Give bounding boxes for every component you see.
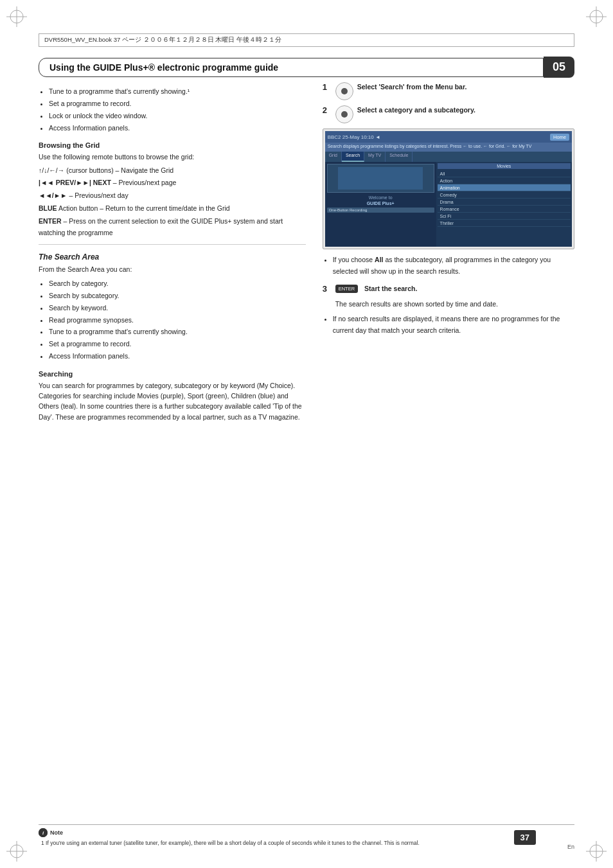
page-number: 37: [514, 830, 536, 845]
registration-mark-tl: [6, 6, 27, 27]
tv-tab-schedule: Schedule: [386, 152, 413, 162]
nav-enter: ENTER – Press on the current selection t…: [39, 216, 306, 239]
tv-left-panel: Welcome to GUIDE Plus+ One-Button Record…: [325, 162, 436, 247]
intro-bullet-3: Lock or unlock the video window.: [49, 111, 306, 122]
registration-mark-tr: [586, 6, 607, 27]
note-footnote: 1 If you're using an external tuner (sat…: [39, 839, 574, 847]
tv-body: Welcome to GUIDE Plus+ One-Button Record…: [325, 162, 572, 247]
intro-bullet-4: Access Information panels.: [49, 123, 306, 134]
tv-cat-animation: Animation: [438, 184, 571, 191]
nav-prev-next: |◄◄ PREV/►►| NEXT – Previous/next page: [39, 177, 306, 189]
step-1-bold: Select 'Search' from the Menu bar.: [357, 83, 467, 91]
step-3-number: 3: [323, 284, 332, 294]
step-3-detail: The search results are shown sorted by t…: [335, 299, 574, 309]
search-bullet-2: Search by subcategory.: [49, 290, 306, 302]
tv-cat-scifi: Sci Fi: [438, 213, 571, 220]
tv-top-bar: BBC2 25-May 10:10 ◄ Home: [325, 131, 572, 143]
tv-cat-all: All: [438, 170, 571, 177]
nav-cursors: ↑/↓/←/→ (cursor buttons) – Navigate the …: [39, 165, 306, 177]
search-area-intro: From the Search Area you can:: [39, 264, 306, 274]
tv-screen-container: BBC2 25-May 10:10 ◄ Home Search displays…: [323, 128, 574, 249]
tv-cat-action: Action: [438, 177, 571, 184]
chapter-header: Using the GUIDE Plus+® electronic progra…: [39, 57, 574, 78]
tv-cat-comedy: Comedy: [438, 191, 571, 199]
step-3-text: Start the search.: [364, 284, 574, 294]
tv-screen-inner: BBC2 25-May 10:10 ◄ Home Search displays…: [325, 131, 572, 247]
step-1-row: 1 Select 'Search' from the Menu bar.: [323, 82, 574, 100]
search-bullet-3: Search by keyword.: [49, 303, 306, 314]
note-section: i Note 1 If you're using an external tun…: [39, 824, 574, 850]
step-1-number: 1: [323, 82, 332, 92]
step-1-icon-inner: [341, 88, 348, 94]
tv-image-inner: [338, 167, 423, 189]
subcategory-bullet: If you choose All as the subcategory, al…: [333, 254, 574, 278]
tv-image-placeholder: [327, 164, 434, 193]
tv-category-header: Movies: [438, 163, 571, 169]
page-number-container: 37 En: [567, 843, 574, 850]
tv-cat-romance: Romance: [438, 206, 571, 213]
search-bullet-7: Access Information panels.: [49, 351, 306, 362]
note-label: i Note: [39, 828, 574, 837]
browsing-heading: Browsing the Grid: [39, 141, 306, 149]
tv-top-bar-left: BBC2 25-May 10:10 ◄: [328, 134, 380, 140]
step-2-text: Select a category and a subcategory.: [357, 105, 574, 116]
step-3-row: 3 ENTER Start the search.: [323, 284, 574, 294]
tv-tabs: Grid Search My TV Schedule: [325, 152, 572, 162]
tv-tab-search: Search: [342, 152, 364, 162]
tv-cat-thriller: Thriller: [438, 220, 571, 227]
intro-bullet-1: Tune to a programme that's currently sho…: [49, 86, 306, 98]
browsing-intro: Use the following remote buttons to brow…: [39, 152, 306, 162]
intro-bullet-2: Set a programme to record.: [49, 98, 306, 110]
right-column: 1 Select 'Search' from the Menu bar. 2 S…: [317, 82, 574, 804]
tv-home-button: Home: [550, 134, 569, 141]
chapter-number: 05: [544, 57, 574, 78]
note-icon: i: [39, 828, 48, 837]
note-label-text: Note: [50, 829, 63, 836]
search-bullet-1: Search by category.: [49, 278, 306, 290]
divider-1: [39, 244, 306, 245]
left-column: Tune to a programme that's currently sho…: [39, 82, 317, 804]
subcategory-bullet-list: If you choose All as the subcategory, al…: [333, 254, 574, 278]
step-2-icon-inner: [341, 111, 348, 118]
tv-tab-grid: Grid: [325, 152, 342, 162]
nav-blue: BLUE Action button – Return to the curre…: [39, 203, 306, 215]
step-2-number: 2: [323, 105, 332, 115]
file-info-bar: DVR550H_WV_EN.book 37 ページ ２００６年１２月２８日 木曜…: [39, 33, 574, 47]
chapter-title: Using the GUIDE Plus+® electronic progra…: [39, 58, 544, 77]
tv-cat-drama: Drama: [438, 199, 571, 206]
tv-right-panel: Movies All Action Animation Comedy Drama…: [436, 162, 572, 247]
step-3-bold: Start the search.: [364, 285, 417, 292]
enter-button-label: ENTER: [335, 285, 358, 293]
search-bullet-6: Set a programme to record.: [49, 339, 306, 350]
step-1-text: Select 'Search' from the Menu bar.: [357, 82, 574, 93]
search-area-heading: The Search Area: [39, 252, 306, 261]
step-2-row: 2 Select a category and a subcategory.: [323, 105, 574, 123]
intro-bullet-list: Tune to a programme that's currently sho…: [49, 86, 306, 134]
main-content: Tune to a programme that's currently sho…: [39, 82, 574, 804]
registration-mark-br: [586, 841, 607, 862]
tv-search-bar: Search displays programme listings by ca…: [325, 143, 572, 152]
step-3-bullet-list: If no search results are displayed, it m…: [333, 314, 574, 337]
tv-badge: One-Button Recording: [327, 208, 434, 213]
searching-heading: Searching: [39, 370, 306, 378]
search-bullet-list: Search by category. Search by subcategor…: [49, 278, 306, 362]
registration-mark-bl: [6, 841, 27, 862]
step-1-icon: [335, 82, 353, 100]
search-bullet-4: Read programme synopses.: [49, 315, 306, 326]
step-2-bold: Select a category and a subcategory.: [357, 106, 475, 114]
tv-tab-mytv: My TV: [364, 152, 386, 162]
step-3-bullet: If no search results are displayed, it m…: [333, 314, 574, 337]
nav-prev-next-day: ◄◄/►► – Previous/next day: [39, 190, 306, 202]
file-info-text: DVR550H_WV_EN.book 37 ページ ２００６年１２月２８日 木曜…: [44, 36, 281, 44]
step-2-icon: [335, 105, 353, 123]
searching-text: You can search for programmes by categor…: [39, 380, 306, 422]
page-en: En: [567, 844, 574, 850]
search-bullet-5: Tune to a programme that's currently sho…: [49, 326, 306, 338]
tv-logo-text: Welcome to GUIDE Plus+: [327, 195, 434, 206]
